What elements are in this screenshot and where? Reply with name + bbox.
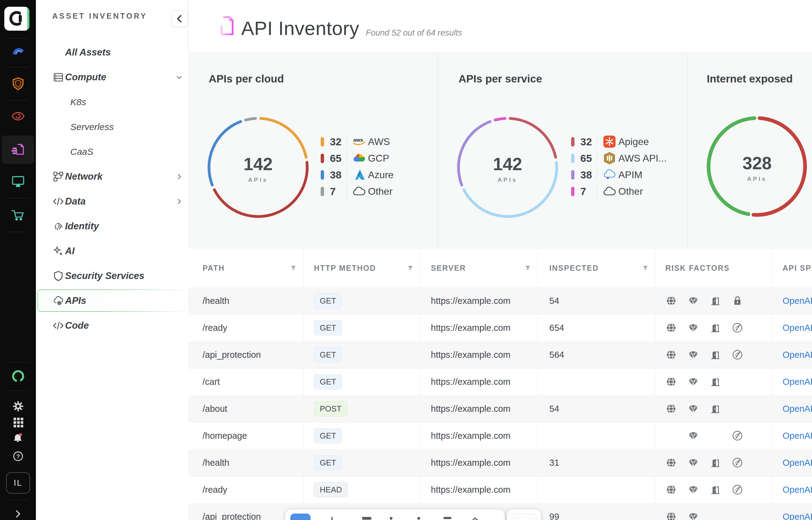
api-spec-link[interactable]: OpenAPI bbox=[783, 296, 812, 306]
charts-panel: APIs per cloud142APIs32awsAWS65GCP38Azur… bbox=[188, 52, 812, 250]
cell-http-method: GET bbox=[314, 287, 342, 314]
filter-icon[interactable] bbox=[407, 265, 414, 272]
table-row[interactable]: /api_protectionGEThttps://example.com564… bbox=[188, 341, 812, 368]
door-icon bbox=[710, 322, 721, 333]
legend-separator bbox=[597, 152, 597, 165]
table-row[interactable]: /aboutPOSThttps://example.com54OpenAPI bbox=[188, 395, 812, 422]
gem-icon bbox=[688, 349, 699, 360]
method-badge: HEAD bbox=[314, 482, 348, 497]
bottom-toolbar-icon-1[interactable] bbox=[331, 517, 333, 520]
filter-icon[interactable] bbox=[642, 265, 649, 272]
aws-logo-icon: aws bbox=[352, 135, 366, 149]
rail-item-apps--grid-icon[interactable] bbox=[12, 416, 24, 428]
apigee-logo-icon bbox=[602, 135, 616, 149]
cell-server: https://example.com bbox=[431, 476, 511, 503]
legend-item-azure: 38Azure bbox=[321, 166, 425, 183]
table-row[interactable]: /healthGEThttps://example.com31OpenAPI bbox=[188, 449, 812, 476]
sidebar-item-all-assets[interactable]: All Assets bbox=[36, 40, 188, 65]
api-spec-link[interactable]: OpenAPI bbox=[783, 350, 812, 360]
table-row[interactable]: /readyHEADhttps://example.comOpenAPI bbox=[188, 476, 812, 503]
bottom-toolbar-secondary-button[interactable] bbox=[512, 513, 536, 520]
rail-item-status--circle-green-icon[interactable] bbox=[11, 369, 25, 384]
sidebar-item-security-services[interactable]: Security Services bbox=[36, 263, 188, 288]
chevron-right-icon[interactable] bbox=[175, 173, 183, 180]
chevron-right-icon[interactable] bbox=[175, 198, 183, 205]
sidebar-item-apis[interactable]: APIs bbox=[36, 288, 188, 313]
rail-item-account[interactable]: IL bbox=[6, 472, 30, 494]
cell-http-method: POST bbox=[314, 395, 347, 422]
cell-inspected: 54 bbox=[549, 287, 559, 314]
api-spec-link[interactable]: OpenAPI bbox=[783, 458, 812, 468]
rail-item-help--help-icon[interactable]: ? bbox=[12, 450, 24, 462]
api-spec-link[interactable]: OpenAPI bbox=[783, 512, 812, 520]
owasp-icon bbox=[732, 457, 743, 468]
rail-item-dashboard--arcs-icon[interactable] bbox=[11, 43, 25, 58]
donut-center-apis-per-service: 142APIs bbox=[493, 154, 522, 183]
donut-center-internet-exposed: 328APIs bbox=[742, 153, 771, 182]
filter-icon[interactable] bbox=[290, 265, 297, 272]
table-row[interactable]: /readyGEThttps://example.com654OpenAPI bbox=[188, 314, 812, 342]
bottom-toolbar-icon-2[interactable] bbox=[362, 517, 371, 520]
legend-color-pill bbox=[571, 137, 574, 147]
sidebar-item-serverless[interactable]: Serverless bbox=[36, 114, 188, 139]
api-spec-link[interactable]: OpenAPI bbox=[783, 323, 812, 333]
column-header-api-spec: API SPEC bbox=[783, 249, 812, 287]
results-summary: Found 52 out of 64 results bbox=[366, 28, 462, 38]
rail-item-notifications--bell-icon[interactable] bbox=[12, 432, 24, 444]
door-icon bbox=[710, 295, 721, 306]
sidebar-item-ai[interactable]: AI bbox=[36, 238, 188, 263]
sidebar-item-code[interactable]: Code bbox=[36, 313, 188, 338]
legend-label: Other bbox=[618, 186, 643, 197]
rail-item-protection--shield-orange-icon[interactable] bbox=[11, 77, 25, 92]
cell-api-spec: OpenAPI bbox=[783, 395, 812, 422]
sidebar-item-data[interactable]: Data bbox=[36, 189, 188, 214]
sidebar-item-label: Identity bbox=[65, 221, 99, 232]
cell-inspected: 564 bbox=[549, 341, 564, 368]
rail-item-api-inventory--doc-purple-icon[interactable] bbox=[11, 142, 25, 157]
bottom-toolbar-icon-4[interactable] bbox=[417, 517, 420, 520]
sidebar-item-label: K8s bbox=[70, 97, 86, 107]
api-spec-link[interactable]: OpenAPI bbox=[783, 431, 812, 441]
api-spec-link[interactable]: OpenAPI bbox=[783, 485, 812, 495]
sidebar-item-caas[interactable]: CaaS bbox=[36, 139, 188, 164]
rail-divider bbox=[7, 362, 29, 362]
sidebar-item-label: APIs bbox=[65, 295, 86, 306]
table-row[interactable]: /healthGEThttps://example.com54OpenAPI bbox=[188, 287, 812, 315]
bottom-toolbar-icon-6[interactable] bbox=[472, 517, 479, 520]
column-header-inspected: INSPECTED bbox=[549, 249, 599, 287]
bottom-toolbar-primary-button[interactable] bbox=[290, 514, 311, 520]
rail-item-commerce--cart-teal-icon[interactable] bbox=[11, 208, 25, 223]
globe-icon bbox=[666, 322, 676, 333]
sidebar-item-label: Data bbox=[65, 196, 85, 207]
rail-item-visibility--eye-red-icon[interactable] bbox=[11, 109, 25, 124]
legend-color-pill bbox=[321, 154, 324, 163]
sidebar-collapse-button[interactable] bbox=[171, 10, 188, 27]
page-title: API Inventory bbox=[241, 17, 359, 39]
table-row[interactable]: /cartGEThttps://example.comOpenAPI bbox=[188, 368, 812, 395]
filter-icon[interactable] bbox=[524, 265, 531, 272]
rail-expand--chevron-right-icon[interactable] bbox=[14, 509, 23, 518]
brand-logo[interactable] bbox=[4, 7, 29, 31]
sidebar-item-k8s[interactable]: K8s bbox=[36, 89, 188, 114]
sidebar-item-compute[interactable]: Compute bbox=[36, 65, 188, 89]
rail-item-endpoints--monitor-teal-icon[interactable] bbox=[11, 174, 25, 189]
donut-unit: APIs bbox=[742, 176, 771, 182]
method-badge: GET bbox=[314, 428, 342, 443]
donut-value: 142 bbox=[493, 154, 522, 174]
rail-item-settings--gear-icon[interactable] bbox=[12, 400, 24, 412]
legend-separator bbox=[597, 168, 597, 181]
cell-server: https://example.com bbox=[431, 422, 511, 449]
legend-item-gcp: 65GCP bbox=[321, 150, 425, 166]
svg-text:aws: aws bbox=[353, 137, 363, 143]
api-spec-link[interactable]: OpenAPI bbox=[783, 404, 812, 414]
cell-api-spec: OpenAPI bbox=[783, 368, 812, 395]
bottom-toolbar-icon-3[interactable] bbox=[390, 517, 393, 520]
sidebar-item-identity[interactable]: Identity bbox=[36, 214, 188, 238]
bottom-toolbar-icon-5[interactable] bbox=[443, 517, 451, 519]
sidebar-item-network[interactable]: Network bbox=[36, 164, 188, 189]
api-spec-link[interactable]: OpenAPI bbox=[783, 377, 812, 387]
column-header-server: SERVER bbox=[431, 249, 466, 287]
chevron-down-icon[interactable] bbox=[175, 74, 183, 81]
code-icon bbox=[53, 196, 64, 207]
table-row[interactable]: /homepageGEThttps://example.comOpenAPI bbox=[188, 422, 812, 449]
